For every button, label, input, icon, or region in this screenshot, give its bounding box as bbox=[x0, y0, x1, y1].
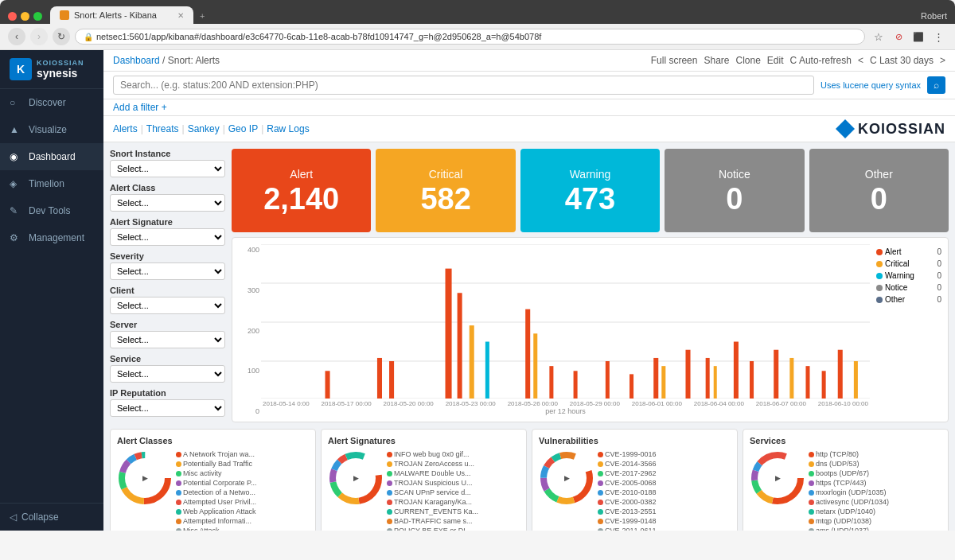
legend-alert: Alert 0 bbox=[876, 247, 941, 256]
sidebar-item-timelion[interactable]: ◈ Timelion bbox=[0, 170, 103, 197]
metric-notice: Notice 0 bbox=[665, 149, 804, 232]
visualize-icon: ▲ bbox=[10, 124, 22, 135]
legend-other: Other 0 bbox=[876, 295, 941, 304]
sidebar-item-visualize[interactable]: ▲ Visualize bbox=[0, 116, 103, 143]
sidebar: K KOIOSSIAN synesis ○ Discover ▲ Visuali… bbox=[0, 50, 103, 531]
svg-rect-18 bbox=[653, 358, 658, 399]
legend-val-other: 0 bbox=[937, 295, 941, 304]
filter-select-server[interactable]: Select... bbox=[110, 331, 225, 348]
edit-button[interactable]: Edit bbox=[767, 55, 784, 66]
top-dashboard-row: Snort Instance Select... Alert Class Sel… bbox=[110, 149, 949, 422]
svg-rect-15 bbox=[574, 371, 578, 399]
filter-ip-rep: IP Reputation Select... bbox=[110, 388, 225, 417]
filter-label-server: Server bbox=[110, 320, 225, 329]
refresh-button[interactable]: ↻ bbox=[53, 28, 70, 45]
svg-rect-23 bbox=[734, 342, 739, 399]
metric-alert-label: Alert bbox=[290, 168, 313, 181]
time-next-button[interactable]: > bbox=[940, 55, 945, 66]
filter-select-alertclass[interactable]: Select... bbox=[110, 194, 225, 212]
timelion-icon: ◈ bbox=[10, 178, 22, 189]
new-tab-button[interactable]: + bbox=[193, 11, 211, 24]
donut-svg-services: ▶ bbox=[750, 450, 805, 506]
svg-rect-10 bbox=[470, 325, 474, 399]
sidebar-item-dashboard[interactable]: ◉ Dashboard bbox=[0, 143, 103, 170]
forward-button[interactable]: › bbox=[30, 28, 48, 45]
donut-legend-vulns: CVE-1999-0016 CVE-2014-3566 CVE-2017-296… bbox=[598, 450, 731, 531]
fullscreen-button[interactable]: Full screen bbox=[651, 55, 698, 66]
filter-label-severity: Severity bbox=[110, 251, 225, 261]
filter-select-snort[interactable]: Select... bbox=[110, 160, 225, 177]
chart-y-axis: 400 300 200 100 0 bbox=[239, 244, 261, 415]
adblock-icon[interactable]: ⊘ bbox=[890, 28, 907, 45]
time-prev-button[interactable]: < bbox=[858, 55, 863, 66]
donut-row-1: Alert Classes ▶ bbox=[110, 429, 949, 531]
legend-label-alert: Alert bbox=[885, 247, 902, 256]
sidebar-label-dashboard: Dashboard bbox=[29, 151, 76, 162]
sidebar-item-devtools[interactable]: ✎ Dev Tools bbox=[0, 197, 103, 224]
search-button[interactable]: ⌕ bbox=[927, 76, 945, 94]
metric-critical-value: 582 bbox=[420, 184, 470, 214]
sidebar-label-visualize: Visualize bbox=[29, 124, 67, 135]
legend-dot-other bbox=[876, 297, 883, 303]
legend-label-notice: Notice bbox=[885, 283, 907, 292]
tab-rawlogs[interactable]: Raw Logs bbox=[267, 123, 309, 134]
koiossian-brand: KOIOSSIAN bbox=[858, 121, 945, 138]
url-bar[interactable]: 🔒 netsec1:5601/app/kibana#/dashboard/e3c… bbox=[75, 29, 865, 45]
lucene-hint: Uses lucene query syntax bbox=[821, 80, 921, 90]
metric-cards: Alert 2,140 Critical 582 Warning 473 N bbox=[232, 149, 949, 232]
chart-x-labels: 2018-05-14 0:00 2018-05-17 00:00 2018-05… bbox=[261, 400, 870, 407]
koiossian-logo-icon: K bbox=[10, 58, 32, 80]
management-icon: ⚙ bbox=[10, 232, 22, 243]
filter-select-service[interactable]: Select... bbox=[110, 365, 225, 383]
x-label-10: 2018-06-10 00:00 bbox=[818, 400, 868, 407]
more-icon[interactable]: ⋮ bbox=[930, 28, 947, 45]
donut-title-vulns: Vulnerabilities bbox=[539, 436, 731, 445]
filter-select-severity[interactable]: Select... bbox=[110, 262, 225, 280]
breadcrumb-current: Snort: Alerts bbox=[168, 55, 220, 66]
chart-legend: Alert 0 Critical 0 bbox=[870, 244, 941, 415]
filter-select-client[interactable]: Select... bbox=[110, 297, 225, 314]
tab-alerts[interactable]: Alerts bbox=[113, 123, 138, 134]
main-area: Dashboard / Snort: Alerts Full screen Sh… bbox=[103, 50, 955, 531]
filter-select-alertsig[interactable]: Select... bbox=[110, 228, 225, 246]
metric-critical-label: Critical bbox=[429, 168, 463, 181]
extensions-icon[interactable]: ⬛ bbox=[910, 28, 927, 45]
y-label-400: 400 bbox=[239, 246, 259, 254]
clone-button[interactable]: Clone bbox=[736, 55, 761, 66]
sidebar-item-discover[interactable]: ○ Discover bbox=[0, 89, 103, 116]
metric-notice-label: Notice bbox=[719, 168, 750, 181]
sidebar-logo: K KOIOSSIAN synesis bbox=[0, 50, 103, 89]
sidebar-nav: ○ Discover ▲ Visualize ◉ Dashboard ◈ Tim… bbox=[0, 89, 103, 503]
chart-per-label: per 12 hours bbox=[261, 407, 870, 415]
tab-close-icon[interactable]: ✕ bbox=[177, 11, 184, 20]
dashboard-content: Snort Instance Select... Alert Class Sel… bbox=[103, 142, 955, 531]
filter-select-iprep[interactable]: Select... bbox=[110, 399, 225, 417]
search-bar: Uses lucene query syntax ⌕ bbox=[103, 72, 955, 99]
sidebar-item-management[interactable]: ⚙ Management bbox=[0, 224, 103, 251]
svg-rect-19 bbox=[661, 366, 665, 399]
add-filter-button[interactable]: Add a filter + bbox=[113, 102, 167, 113]
lock-icon: 🔒 bbox=[84, 33, 93, 41]
svg-text:▶: ▶ bbox=[353, 474, 359, 482]
koiossian-logo-diamond bbox=[836, 119, 855, 138]
donut-card-vulns: Vulnerabilities ▶ bbox=[532, 429, 738, 531]
breadcrumb-root[interactable]: Dashboard bbox=[113, 55, 160, 66]
tab-sankey[interactable]: Sankey bbox=[188, 123, 220, 134]
filter-label-client: Client bbox=[110, 286, 225, 295]
tab-geoip[interactable]: Geo IP bbox=[228, 123, 258, 134]
share-button[interactable]: Share bbox=[704, 55, 729, 66]
tab-threats[interactable]: Threats bbox=[146, 123, 179, 134]
bookmark-icon[interactable]: ☆ bbox=[870, 28, 887, 45]
legend-val-critical: 0 bbox=[937, 259, 941, 268]
svg-rect-14 bbox=[549, 366, 553, 399]
back-button[interactable]: ‹ bbox=[8, 28, 25, 45]
search-input[interactable] bbox=[113, 76, 814, 95]
browser-tab[interactable]: Snort: Alerts - Kibana ✕ bbox=[50, 6, 193, 24]
filter-panel: Snort Instance Select... Alert Class Sel… bbox=[110, 149, 225, 422]
breadcrumb-sep: / bbox=[162, 55, 168, 66]
sidebar-collapse[interactable]: ◁ Collapse bbox=[0, 503, 103, 531]
filter-server: Server Select... bbox=[110, 320, 225, 348]
filter-label-alertsig: Alert Signature bbox=[110, 217, 225, 227]
metric-warning-value: 473 bbox=[565, 184, 615, 214]
sidebar-label-devtools: Dev Tools bbox=[29, 205, 70, 216]
